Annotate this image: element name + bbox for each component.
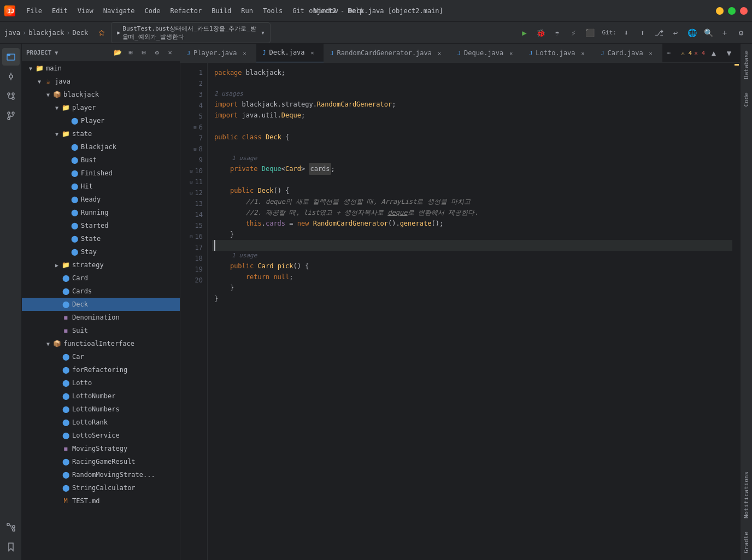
tree-node-java[interactable]: ▼ ☕ java <box>22 75 180 88</box>
tree-node-denomination[interactable]: ▶ ◼ Denomination <box>22 311 180 324</box>
tree-node-forrefactoring[interactable]: ▶ ⬤ forRefactoring <box>22 363 180 376</box>
tree-node-finished[interactable]: ▶ ⬤ Finished <box>22 167 180 180</box>
code-content[interactable]: package blackjack; 2 usages import black… <box>208 63 732 560</box>
maximize-button[interactable] <box>728 7 736 15</box>
minimize-button[interactable] <box>716 7 724 15</box>
tree-node-blackjack[interactable]: ▼ 📦 blackjack <box>22 88 180 101</box>
code-panel-label[interactable]: Code <box>741 86 752 114</box>
menu-build[interactable]: Build <box>207 5 236 16</box>
tree-node-lottoservice[interactable]: ▶ ⬤ LottoService <box>22 429 180 442</box>
menu-tools[interactable]: Tools <box>258 5 287 16</box>
add-button[interactable]: + <box>718 26 731 39</box>
tab-close-random[interactable]: ✕ <box>435 49 444 57</box>
tree-node-bust[interactable]: ▶ ⬤ Bust <box>22 154 180 167</box>
tree-node-main[interactable]: ▼ 📁 main <box>22 62 180 75</box>
svg-marker-2 <box>99 30 104 36</box>
tab-cardjava[interactable]: J Card.java ✕ <box>595 44 662 63</box>
database-panel-label[interactable]: Database <box>741 44 752 86</box>
stop-button[interactable]: ⬛ <box>584 26 597 39</box>
nav-down-button[interactable]: ▼ <box>722 46 736 60</box>
tree-node-stringcalculator[interactable]: ▶ ⬤ StringCalculator <box>22 481 180 494</box>
git-update-button[interactable]: ⬇ <box>620 26 633 39</box>
tree-node-strategy[interactable]: ▶ 📁 strategy <box>22 258 180 272</box>
menu-view[interactable]: View <box>73 5 98 16</box>
gradle-panel-label[interactable]: Gradle <box>741 525 752 560</box>
tree-node-player-folder[interactable]: ▼ 📁 player <box>22 101 180 114</box>
git-icon[interactable] <box>2 87 20 105</box>
tab-lottojava[interactable]: J Lotto.java ✕ <box>522 44 594 63</box>
tree-close-button[interactable]: ✕ <box>164 47 175 58</box>
tab-close-lotto[interactable]: ✕ <box>579 49 588 57</box>
tree-node-randommovingstrategy[interactable]: ▶ ⬤ RandomMovingStrate... <box>22 468 180 481</box>
menu-run[interactable]: Run <box>237 5 257 16</box>
tree-node-functional[interactable]: ▼ 📦 functioalInterface <box>22 337 180 350</box>
tree-collapse-button[interactable]: ⊟ <box>138 47 149 58</box>
settings-button[interactable]: ⚙ <box>735 26 748 39</box>
structure-icon[interactable] <box>2 518 20 536</box>
tab-more-button[interactable]: ⋯ <box>662 49 675 57</box>
search-button[interactable]: 🔍 <box>702 26 715 39</box>
commit-icon[interactable] <box>2 68 20 85</box>
tree-node-started[interactable]: ▶ ⬤ Started <box>22 219 180 232</box>
tab-close-player[interactable]: ✕ <box>240 49 249 57</box>
nav-up-button[interactable]: ▲ <box>707 46 720 60</box>
tree-node-deck[interactable]: ▶ ⬤ Deck <box>22 298 180 311</box>
run-tab[interactable]: ▶ BustTest.bust상태에서_카드1장을_추가로_받을때_예외가_발생… <box>111 22 270 43</box>
tree-node-stay[interactable]: ▶ ⬤ Stay <box>22 245 180 258</box>
tree-dropdown[interactable]: ▼ <box>55 50 58 56</box>
tree-node-lotto[interactable]: ▶ ⬤ Lotto <box>22 376 180 390</box>
tab-deckjava[interactable]: J Deck.java ✕ <box>256 44 324 63</box>
breadcrumb-blackjack[interactable]: blackjack <box>28 29 64 37</box>
tree-node-car[interactable]: ▶ ⬤ Car <box>22 350 180 363</box>
code-editor[interactable]: 1 2 3 4 5 ⊟ 6 7 ⊟ 8 9 ⊟ 10 <box>180 63 740 560</box>
tree-node-ready[interactable]: ▶ ⬤ Ready <box>22 193 180 206</box>
tree-node-state-class[interactable]: ▶ ⬤ State <box>22 232 180 245</box>
tab-dequejava[interactable]: J Deque.java ✕ <box>451 44 522 63</box>
tab-playerjava[interactable]: J Player.java ✕ <box>180 44 256 63</box>
tree-node-testmd[interactable]: ▶ M TEST.md <box>22 494 180 508</box>
tab-close-deque[interactable]: ✕ <box>507 49 515 57</box>
tree-node-blackjack-class[interactable]: ▶ ⬤ Blackjack <box>22 140 180 154</box>
coverage-button[interactable]: ☂ <box>551 26 564 39</box>
menu-edit[interactable]: Edit <box>48 5 72 16</box>
tree-open-button[interactable]: 📂 <box>112 47 123 58</box>
tree-settings-button[interactable]: ⚙ <box>151 47 162 58</box>
tab-close-deck[interactable]: ✕ <box>308 48 317 57</box>
breadcrumb-deck[interactable]: Deck <box>72 29 88 37</box>
git-push-button[interactable]: ⬆ <box>636 26 649 39</box>
menu-navigate[interactable]: Navigate <box>99 5 139 16</box>
tab-close-card[interactable]: ✕ <box>647 49 655 57</box>
tree-node-card[interactable]: ▶ ⬤ Card <box>22 272 180 285</box>
menu-refactor[interactable]: Refactor <box>166 5 206 16</box>
tree-node-state[interactable]: ▼ 📁 state <box>22 127 180 140</box>
menu-code[interactable]: Code <box>140 5 165 16</box>
tree-node-lottorank[interactable]: ▶ ⬤ LottoRank <box>22 416 180 429</box>
tree-node-lottonumbers[interactable]: ▶ ⬤ LottoNumbers <box>22 403 180 416</box>
bookmark-button[interactable] <box>95 27 109 38</box>
rollback-button[interactable]: ↩ <box>669 26 682 39</box>
breadcrumb-java[interactable]: java <box>4 29 20 37</box>
profile-button[interactable]: ⚡ <box>567 26 580 39</box>
tree-node-cards[interactable]: ▶ ⬤ Cards <box>22 285 180 298</box>
tree-node-running[interactable]: ▶ ⬤ Running <box>22 206 180 219</box>
tab-randomcardgenerator[interactable]: J RandomCardGenerator.java ✕ <box>324 44 451 63</box>
tree-node-racinggameresult[interactable]: ▶ ⬤ RacingGameResult <box>22 455 180 468</box>
project-icon[interactable] <box>2 48 20 66</box>
menu-file[interactable]: File <box>22 5 46 16</box>
tree-node-movingstrategy[interactable]: ▶ ◼ MovingStrategy <box>22 442 180 455</box>
tree-expand-button[interactable]: ⊞ <box>125 47 136 58</box>
git-branch-button[interactable]: ⎇ <box>653 26 666 39</box>
pull-request-icon[interactable] <box>2 107 20 125</box>
bookmarks-icon[interactable] <box>2 538 20 556</box>
tree-arrow-java: ▼ <box>35 77 44 86</box>
notifications-panel-label[interactable]: Notifications <box>741 465 752 525</box>
tree-node-lottonumber[interactable]: ▶ ⬤ LottoNumber <box>22 390 180 403</box>
tree-node-suit[interactable]: ▶ ◼ Suit <box>22 324 180 337</box>
tree-node-player[interactable]: ▶ ⬤ Player <box>22 114 180 127</box>
close-button[interactable] <box>740 7 748 15</box>
debug-button[interactable]: 🐞 <box>534 26 548 39</box>
menu-git[interactable]: Git <box>288 5 309 16</box>
translate-button[interactable]: 🌐 <box>685 26 698 39</box>
run-button[interactable]: ▶ <box>518 26 531 39</box>
tree-node-hit[interactable]: ▶ ⬤ Hit <box>22 180 180 193</box>
